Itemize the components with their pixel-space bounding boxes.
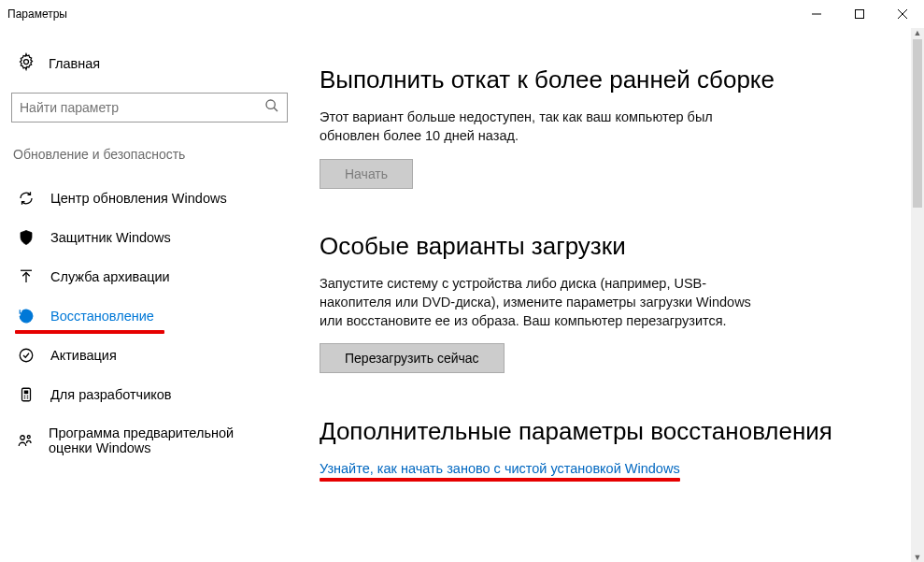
home-nav[interactable]: Главная xyxy=(11,47,286,79)
svg-line-6 xyxy=(274,108,277,111)
sidebar-item-activation[interactable]: Активация xyxy=(11,336,286,375)
scroll-thumb[interactable] xyxy=(913,39,922,208)
sidebar-item-label: Активация xyxy=(50,348,117,363)
svg-point-9 xyxy=(20,349,33,362)
section-title: Дополнительные параметры восстановления xyxy=(320,416,868,447)
sidebar-item-label: Программа предварительной оценки Windows xyxy=(49,425,280,455)
svg-rect-10 xyxy=(22,388,31,401)
window-controls xyxy=(795,0,924,28)
scroll-up-arrow[interactable]: ▲ xyxy=(913,28,922,37)
search-box[interactable] xyxy=(11,93,288,122)
highlight-underline xyxy=(15,330,164,334)
window-title: Параметры xyxy=(7,7,795,21)
sidebar-item-backup[interactable]: Служба архивации xyxy=(11,257,286,296)
svg-point-16 xyxy=(21,436,25,440)
sidebar-item-label: Служба архивации xyxy=(50,269,170,284)
main-panel: Выполнить откат к более ранней сборке Эт… xyxy=(297,28,924,562)
home-label: Главная xyxy=(49,56,100,71)
section-desc: Этот вариант больше недоступен, так как … xyxy=(320,108,768,146)
start-rollback-button: Начать xyxy=(320,159,413,189)
shield-icon xyxy=(17,229,36,246)
sidebar-item-label: Центр обновления Windows xyxy=(50,191,227,206)
section-title: Выполнить откат к более ранней сборке xyxy=(320,65,868,94)
vertical-scrollbar[interactable]: ▲ ▼ xyxy=(911,28,924,562)
insider-icon xyxy=(17,432,34,449)
dev-icon xyxy=(17,386,36,403)
svg-point-17 xyxy=(27,436,30,439)
minimize-button[interactable] xyxy=(795,0,838,28)
svg-rect-11 xyxy=(24,391,29,395)
category-label: Обновление и безопасность xyxy=(11,147,286,162)
history-icon xyxy=(17,308,36,324)
advanced-startup-section: Особые варианты загрузки Запустите систе… xyxy=(320,232,868,374)
sidebar-item-insider[interactable]: Программа предварительной оценки Windows xyxy=(11,414,286,467)
search-icon xyxy=(264,98,279,117)
left-panel: Главная Обновление и безопасность Центр … xyxy=(0,28,297,562)
link-text: Узнайте, как начать заново с чистой уста… xyxy=(320,461,680,476)
sidebar-item-developers[interactable]: Для разработчиков xyxy=(11,375,286,414)
rollback-section: Выполнить откат к более ранней сборке Эт… xyxy=(320,65,868,189)
svg-rect-1 xyxy=(856,10,864,19)
close-button[interactable] xyxy=(881,0,924,28)
sidebar-item-label: Для разработчиков xyxy=(50,387,172,402)
scroll-down-arrow[interactable]: ▼ xyxy=(913,553,922,562)
sidebar-item-recovery[interactable]: Восстановление xyxy=(11,296,286,336)
refresh-icon xyxy=(17,190,36,207)
sidebar-item-label: Защитник Windows xyxy=(50,230,171,245)
svg-point-4 xyxy=(24,60,29,65)
section-desc: Запустите систему с устройства либо диск… xyxy=(320,274,768,331)
sidebar-item-label: Восстановление xyxy=(50,309,154,324)
restart-now-button[interactable]: Перезагрузить сейчас xyxy=(320,343,505,373)
maximize-button[interactable] xyxy=(838,0,881,28)
sidebar-item-update[interactable]: Центр обновления Windows xyxy=(11,179,286,218)
window-titlebar: Параметры xyxy=(0,0,924,28)
svg-point-5 xyxy=(266,100,275,108)
highlight-underline xyxy=(320,478,680,482)
backup-icon xyxy=(17,268,36,285)
sidebar-nav: Центр обновления Windows Защитник Window… xyxy=(11,179,286,467)
fresh-install-link[interactable]: Узнайте, как начать заново с чистой уста… xyxy=(320,461,680,476)
gear-icon xyxy=(17,52,36,74)
sidebar-item-defender[interactable]: Защитник Windows xyxy=(11,218,286,257)
content-area: Главная Обновление и безопасность Центр … xyxy=(0,28,924,562)
search-input[interactable] xyxy=(20,100,264,115)
section-title: Особые варианты загрузки xyxy=(320,232,868,261)
more-recovery-section: Дополнительные параметры восстановления … xyxy=(320,416,868,477)
check-circle-icon xyxy=(17,347,36,364)
